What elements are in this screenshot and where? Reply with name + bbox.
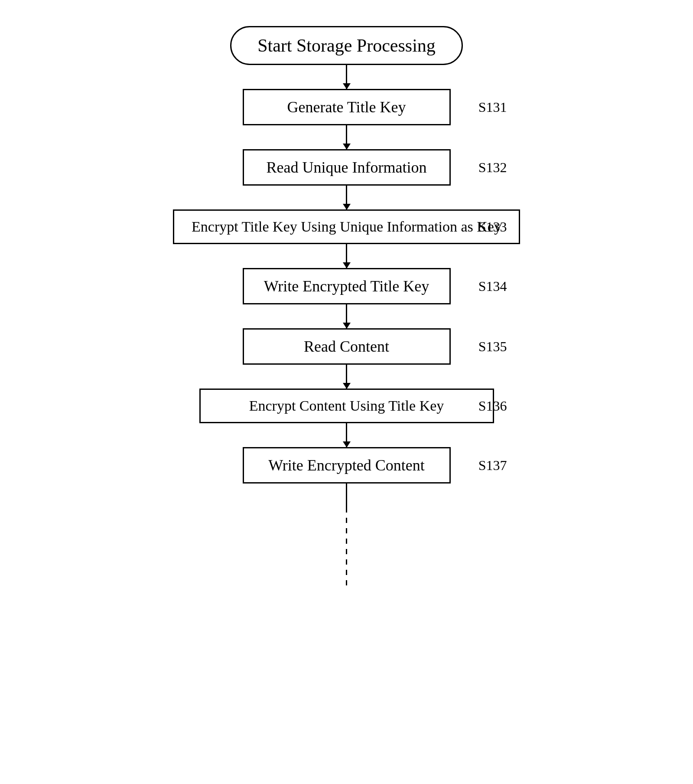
step-s135-wrapper: Read Content S135 [152,328,542,365]
step-s137-node: Write Encrypted Content [243,447,451,483]
step-s134-node: Write Encrypted Title Key [243,268,451,304]
step-s132-node: Read Unique Information [243,149,451,186]
arrow-7 [346,423,347,447]
step-s132-wrapper: Read Unique Information S132 [152,149,542,186]
step-s136-node: Encrypt Content Using Title Key [199,389,494,423]
step-s132-label: S132 [478,160,507,176]
start-node: Start Storage Processing [230,26,463,65]
step-s134-label: S134 [478,278,507,294]
arrow-6 [346,365,347,389]
arrow-5 [346,304,347,328]
step-s131-wrapper: Generate Title Key S131 [152,89,542,125]
step-s135-node: Read Content [243,328,451,365]
flowchart: Start Storage Processing Generate Title … [152,17,542,585]
step-s133-label: S133 [478,219,507,235]
step-s133-node: Encrypt Title Key Using Unique Informati… [173,209,520,244]
step-s133-wrapper: Encrypt Title Key Using Unique Informati… [152,209,542,244]
step-s137-label: S137 [478,457,507,474]
arrow-2 [346,125,347,149]
arrow-3 [346,186,347,209]
start-node-wrapper: Start Storage Processing [152,26,542,65]
step-s131-label: S131 [478,99,507,115]
step-s131-node: Generate Title Key [243,89,451,125]
step-s136-label: S136 [478,398,507,414]
arrow-4 [346,244,347,268]
arrow-1 [346,65,347,89]
connector-solid-bottom [346,483,347,507]
step-s135-label: S135 [478,339,507,355]
step-s137-wrapper: Write Encrypted Content S137 [152,447,542,483]
arrow-dashed-bottom [346,507,347,585]
step-s134-wrapper: Write Encrypted Title Key S134 [152,268,542,304]
step-s136-wrapper: Encrypt Content Using Title Key S136 [152,389,542,423]
